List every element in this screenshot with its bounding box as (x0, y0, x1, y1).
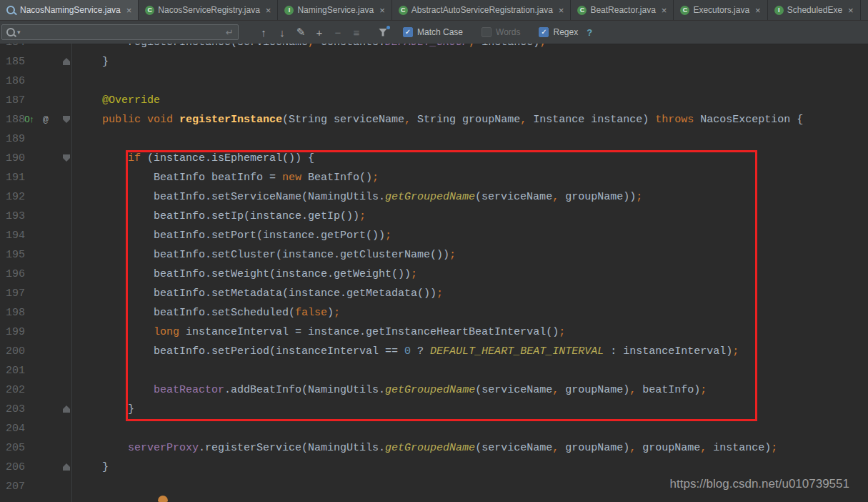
code-editor[interactable]: 184 registerInstance(serviceName, Consta… (0, 44, 868, 502)
code-line[interactable]: 200 beatInfo.setPeriod(instanceInterval … (0, 342, 868, 361)
gutter[interactable]: 205 (0, 438, 71, 458)
next-occurrence-icon[interactable]: ↓ (273, 24, 291, 41)
gutter[interactable]: 202 (0, 380, 71, 400)
gutter[interactable]: 206 (0, 458, 71, 477)
gutter[interactable]: 193 (0, 207, 71, 226)
gutter[interactable]: 192 (0, 187, 71, 207)
gutter[interactable]: 200 (0, 342, 71, 361)
code-line[interactable]: 189 (0, 129, 868, 149)
line-number: 192 (6, 187, 25, 207)
gutter[interactable]: 185 (0, 52, 71, 72)
editor-tab-6[interactable]: IScheduledExe× (768, 0, 861, 20)
code-line[interactable]: 195 beatInfo.setCluster(instance.getClus… (0, 245, 868, 265)
fold-down-icon[interactable] (63, 154, 70, 162)
editor-tab-5[interactable]: CExecutors.java× (674, 0, 767, 20)
gutter[interactable]: 186 (0, 72, 71, 91)
gutter[interactable]: 184 (0, 44, 71, 52)
code-line[interactable]: 199 long instanceInterval = instance.get… (0, 323, 868, 342)
previous-occurrence-icon[interactable]: ↑ (254, 24, 273, 41)
gutter[interactable]: 203 (0, 400, 71, 419)
editor-tab-4[interactable]: CBeatReactor.java× (571, 0, 674, 20)
line-number: 184 (6, 44, 25, 52)
close-icon[interactable]: × (755, 6, 761, 15)
gutter[interactable]: 188O↑@ (0, 110, 71, 129)
code-line[interactable]: 187 @Override (0, 91, 868, 110)
line-number: 195 (6, 245, 25, 265)
close-icon[interactable]: × (662, 6, 667, 15)
code-line[interactable]: 185 } (0, 52, 868, 72)
close-icon[interactable]: × (848, 6, 854, 15)
help-link[interactable]: ? (587, 27, 592, 38)
remove-selection-icon[interactable]: − (329, 24, 347, 41)
code-line[interactable]: 188O↑@ public void registerInstance(Stri… (0, 110, 868, 129)
code-token: String groupName (411, 114, 520, 126)
editor-tab-1[interactable]: CNacosServiceRegistry.java× (139, 0, 278, 20)
code-line[interactable]: 197 beatInfo.setMetadata(instance.getMet… (0, 284, 868, 303)
overrides-icon[interactable]: O↑ (24, 110, 34, 129)
gutter[interactable]: 207 (0, 477, 71, 496)
code-line[interactable]: 205 serverProxy.registerService(NamingUt… (0, 438, 868, 458)
code-token (76, 326, 154, 338)
checkbox[interactable] (482, 27, 492, 37)
code-line[interactable]: 191 BeatInfo beatInfo = new BeatInfo(); (0, 168, 868, 187)
code-token: false (295, 307, 327, 319)
option-match-case[interactable]: ✓Match Case (403, 27, 463, 37)
search-input[interactable] (23, 24, 224, 40)
gutter[interactable]: 204 (0, 419, 71, 438)
code-line[interactable]: 204 (0, 419, 868, 438)
code-token: .registerService(NamingUtils. (199, 442, 385, 454)
close-icon[interactable]: × (126, 6, 132, 15)
code-line[interactable]: 202 beatReactor.addBeatInfo(NamingUtils.… (0, 380, 868, 400)
gutter[interactable]: 189 (0, 129, 71, 149)
option-regex[interactable]: ✓Regex (539, 27, 578, 37)
close-icon[interactable]: × (559, 6, 564, 15)
code-line[interactable]: 201 (0, 361, 868, 380)
gutter[interactable]: 197 (0, 284, 71, 303)
gutter[interactable]: 196 (0, 265, 71, 284)
select-all-occurrences-icon[interactable]: ≡ (347, 24, 366, 41)
code-token: (serviceName (475, 442, 552, 454)
close-icon[interactable]: × (266, 6, 271, 15)
fold-up-icon[interactable] (63, 405, 70, 413)
code-line[interactable]: 193 beatInfo.setIp(instance.getIp()); (0, 207, 868, 226)
line-number: 191 (6, 168, 25, 187)
fold-up-icon[interactable] (63, 463, 70, 471)
filter-icon[interactable] (374, 24, 391, 41)
code-line[interactable]: 184 registerInstance(serviceName, Consta… (0, 44, 868, 52)
chevron-down-icon[interactable]: ▾ (17, 29, 21, 36)
highlight-occurrences-icon[interactable]: ✎ (291, 24, 310, 41)
fold-up-icon[interactable] (63, 58, 70, 65)
class-icon: C (680, 6, 689, 15)
code-line[interactable]: 190 if (instance.isEphemeral()) { (0, 149, 868, 168)
code-line[interactable]: 186 (0, 72, 868, 91)
search-box[interactable]: ▾ ↵ (1, 24, 239, 40)
checkbox[interactable]: ✓ (539, 27, 549, 37)
editor-tab-0[interactable]: NacosNamingService.java× (0, 0, 139, 20)
checkbox[interactable]: ✓ (403, 27, 413, 37)
gutter[interactable]: 198 (0, 303, 71, 323)
gutter[interactable]: 201 (0, 361, 71, 380)
gutter[interactable]: 191 (0, 168, 71, 187)
code-line[interactable]: 198 beatInfo.setScheduled(false); (0, 303, 868, 323)
gutter[interactable]: 195 (0, 245, 71, 265)
code-token: @Override (102, 94, 160, 107)
code-line[interactable]: 203 } (0, 400, 868, 419)
close-icon[interactable]: × (379, 6, 385, 15)
fold-down-icon[interactable] (63, 116, 70, 123)
editor-tab-3[interactable]: CAbstractAutoServiceRegistration.java× (392, 0, 572, 20)
gutter[interactable]: 187 (0, 91, 71, 110)
option-words[interactable]: Words (482, 27, 520, 37)
gutter[interactable]: 199 (0, 323, 71, 342)
code-line[interactable]: 206 } (0, 458, 868, 477)
line-number: 204 (6, 419, 25, 438)
code-token: beatReactor (154, 384, 224, 396)
code-line[interactable]: 194 beatInfo.setPort(instance.getPort())… (0, 226, 868, 245)
code-line[interactable]: 196 beatInfo.setWeight(instance.getWeigh… (0, 265, 868, 284)
editor-tab-2[interactable]: INamingService.java× (278, 0, 391, 20)
code-token: ; (385, 230, 391, 242)
code-text: beatInfo.setCluster(instance.getClusterN… (71, 245, 456, 265)
gutter[interactable]: 190 (0, 149, 71, 168)
gutter[interactable]: 194 (0, 226, 71, 245)
code-line[interactable]: 192 beatInfo.setServiceName(NamingUtils.… (0, 187, 868, 207)
add-selection-icon[interactable]: + (310, 24, 329, 41)
